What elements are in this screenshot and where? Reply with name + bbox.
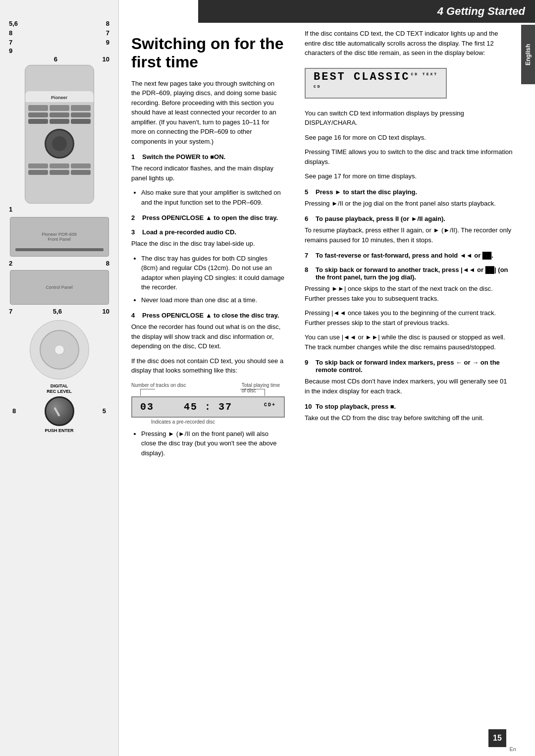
label-6: 6 (54, 55, 57, 63)
right-step-7-num: 7 (305, 252, 313, 259)
remote-control-image: Pioneer (25, 65, 94, 204)
step-3-bullet-1: The disc tray has guides for both CD sin… (141, 254, 285, 292)
track-display-diagram: Number of tracks on disc Total playing t… (131, 380, 285, 427)
cd-indicator: CD+ (264, 402, 276, 408)
step-3-num: 3 (131, 228, 139, 236)
label-2: 2 (9, 260, 12, 267)
step-4-body: Once the recorder has found out what is … (131, 322, 285, 351)
best-classic-display: BEST CLASSICCD TEXTCD (305, 68, 447, 99)
intro-paragraph: The next few pages take you through swit… (131, 79, 285, 147)
step-3-bullets: The disc tray has guides for both CD sin… (141, 254, 285, 305)
step-3-bullet-2: Never load more than one disc at a time. (141, 295, 285, 305)
label-10: 10 (103, 55, 109, 63)
label-5-knob: 5 (103, 407, 106, 415)
knob-label-top: DIGITALREC LEVEL (5, 383, 113, 394)
right-step-7: 7 To fast-reverse or fast-forward, press… (305, 252, 514, 259)
left-text-column: Switching on for the first time The next… (119, 25, 292, 474)
cd-text-intro: If the disc contains CD text, the CD TEX… (305, 29, 514, 58)
pressing-time-text: Pressing TIME allows you to switch to th… (305, 147, 514, 166)
pressing-bullet: Pressing ► (►/II on the front panel) wil… (141, 429, 285, 458)
right-step-8-num: 8 (305, 266, 313, 273)
right-step-8-title: To skip back or forward to another track… (316, 266, 514, 281)
right-step-10-title: To stop playback, press ■. (316, 403, 396, 410)
label-7-left: 7 (9, 39, 12, 46)
step-1: 1 Switch the POWER to ■ON. The record in… (131, 153, 285, 207)
page-number: 15 (488, 729, 506, 747)
step-2-title: Press OPEN/CLOSE ▲ to open the disc tray… (142, 214, 278, 221)
page-footer: En 15 (119, 746, 521, 752)
main-title: Switching on for the first time (131, 35, 285, 71)
right-step-9: 9 To skip back or forward index markers,… (305, 359, 514, 396)
step-1-bullets: Also make sure that your amplifier is sw… (141, 188, 285, 207)
right-step-8-body2: Pressing |◄◄ once takes you to the begin… (305, 308, 514, 327)
right-column: If the disc contains CD text, the CD TEX… (297, 25, 521, 430)
right-step-8-body3: You can use |◄◄ or ►►| while the disc is… (305, 332, 514, 352)
push-enter-label: PUSH ENTER (5, 428, 113, 433)
page-header: 4 Getting Started (198, 0, 535, 23)
right-step-10-body: Take out the CD from the disc tray befor… (305, 413, 514, 423)
right-step-8-body: Pressing ►►| once skips to the start of … (305, 284, 514, 303)
step-4: 4 Press OPEN/CLOSE ▲ to close the disc t… (131, 312, 285, 458)
right-step-9-title: To skip back or forward index markers, p… (316, 359, 514, 374)
right-step-7-title: To fast-reverse or fast-forward, press a… (316, 252, 493, 259)
step-3-title: Load a pre-recorded audio CD. (142, 228, 236, 236)
panel-image: Control Panel (10, 270, 109, 305)
page17-ref: See page 17 for more on time displays. (305, 171, 514, 181)
step-1-bullet-1: Also make sure that your amplifier is sw… (141, 188, 285, 207)
track-num-label: Number of tracks on disc (131, 382, 186, 388)
right-step-6: 6 To pause playback, press II (or ►/II a… (305, 215, 514, 245)
best-classic-display-wrapper: BEST CLASSICCD TEXTCD (305, 63, 514, 104)
right-step-5: 5 Press ► to start the disc playing. Pre… (305, 188, 514, 209)
rec-level-knob[interactable] (45, 396, 74, 426)
track-number: 03 (140, 401, 154, 413)
display-chara-text: You can switch CD text information displ… (305, 108, 514, 128)
right-step-8: 8 To skip back or forward to another tra… (305, 266, 514, 352)
label-8-knob: 8 (12, 407, 16, 415)
label-8-panel: 8 (106, 260, 109, 267)
step-2: 2 Press OPEN/CLOSE ▲ to open the disc tr… (131, 214, 285, 221)
time-display: 03 45 : 37 CD+ (131, 396, 285, 418)
step-4-body2: If the disc does not contain CD text, yo… (131, 356, 285, 376)
pre-recorded-label: Indicates a pre-recorded disc (131, 419, 285, 425)
right-step-6-body: To resume playback, press either II agai… (305, 225, 514, 245)
right-step-6-title: To pause playback, press II (or ►/II aga… (316, 215, 445, 222)
right-step-10: 10 To stop playback, press ■. Take out t… (305, 403, 514, 423)
right-step-5-title: Press ► to start the disc playing. (316, 188, 417, 196)
step-4-num: 4 (131, 312, 139, 319)
label-8-left: 8 (9, 29, 12, 37)
right-step-5-body: Pressing ►/II or the jog dial on the fro… (305, 199, 514, 209)
label-1: 1 (5, 204, 113, 215)
left-column: 5,6 8 8 7 7 9 9 6 10 Pioneer (0, 0, 119, 756)
right-step-9-num: 9 (305, 359, 313, 366)
label-8-right: 8 (106, 20, 109, 27)
label-9-left: 9 (9, 47, 12, 54)
pressing-bullet-list: Pressing ► (►/II on the front panel) wil… (141, 429, 285, 458)
step-1-body: The record indicator flashes, and the ma… (131, 163, 285, 183)
label-10-bottom: 10 (103, 308, 109, 315)
right-step-9-body: Because most CDs don't have index marker… (305, 377, 514, 396)
right-step-5-num: 5 (305, 188, 313, 196)
chapter-title: 4 Getting Started (437, 5, 525, 17)
right-step-10-num: 10 (305, 403, 313, 410)
step-1-num: 1 (131, 153, 139, 161)
step-2-num: 2 (131, 214, 139, 221)
label-7: 7 (9, 308, 12, 315)
cd-player-image: Pioneer PDR-609Front Panel (10, 217, 109, 257)
step-3-body: Place the disc in the disc tray label-si… (131, 239, 285, 249)
en-label: En (510, 746, 516, 752)
disc-image (30, 320, 89, 379)
step-3: 3 Load a pre-recorded audio CD. Place th… (131, 228, 285, 305)
step-4-title: Press OPEN/CLOSE ▲ to close the disc tra… (142, 312, 279, 319)
label-56-bottom: 5,6 (53, 308, 62, 315)
label-7-right: 7 (106, 29, 109, 37)
label-56: 5,6 (9, 20, 18, 27)
time-value: 45 : 37 (184, 401, 232, 413)
label-9-right: 9 (106, 39, 109, 46)
step-1-title: Switch the POWER to ■ON. (142, 153, 225, 161)
page16-ref: See page 16 for more on CD text displays… (305, 133, 514, 143)
right-step-6-num: 6 (305, 215, 313, 222)
english-tab: English (521, 25, 535, 84)
